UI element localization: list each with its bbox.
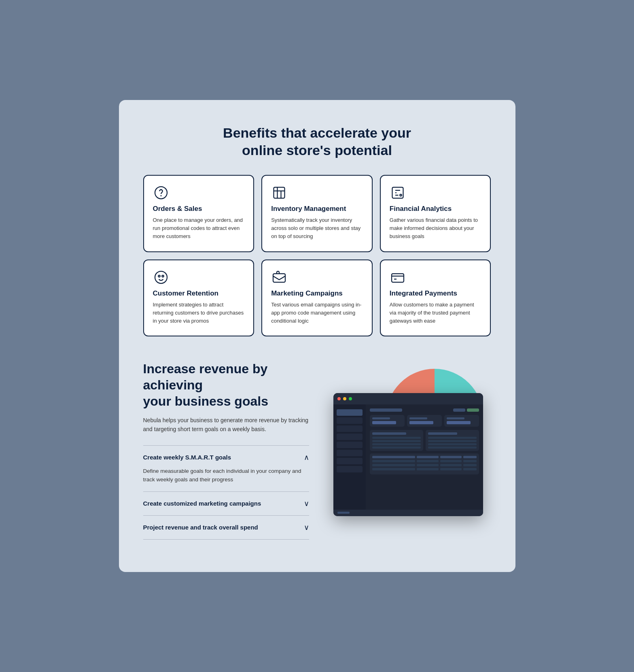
- inventory-icon: [271, 185, 287, 201]
- dash-files-box: [426, 430, 479, 451]
- table-header-row: [372, 456, 477, 458]
- table-col-2: [417, 456, 438, 458]
- dash-page-title: [370, 408, 402, 412]
- svg-rect-8: [392, 274, 404, 282]
- card-marketing: Marketing Campaigns Test various email c…: [261, 259, 373, 336]
- marketing-icon: [271, 269, 287, 285]
- svg-rect-2: [392, 187, 403, 198]
- files-row-1: [428, 437, 477, 439]
- dash-footer-label: [337, 512, 350, 514]
- card-marketing-desc: Test various email campaigns using in-ap…: [271, 301, 363, 325]
- benefits-section: Benefits that accelerate your online sto…: [143, 124, 491, 336]
- svg-point-0: [155, 187, 167, 199]
- table-col-1: [372, 456, 416, 458]
- card-inventory: Inventory Management Systematically trac…: [261, 175, 373, 252]
- dash-stat-3: [444, 415, 479, 427]
- dash-stat-2: [407, 415, 442, 427]
- revenue-description: Nebula helps your business to generate m…: [143, 416, 309, 434]
- dash-stat-val-1: [372, 421, 396, 424]
- card-orders-sales: Orders & Sales One place to manage your …: [143, 175, 254, 252]
- accordion-smart-goals: Create weekly S.M.A.R.T goals ∧ Define m…: [143, 445, 309, 491]
- accordion-marketing: Create customized marketing campaigns ∨: [143, 491, 309, 515]
- dollar-circle-icon: [153, 185, 169, 201]
- card-financial-desc: Gather various financial data points to …: [390, 216, 481, 240]
- sidebar-item-5: [337, 442, 363, 448]
- sidebar-item-6: [337, 450, 363, 456]
- accordion-revenue-tracking-toggle[interactable]: ∨: [304, 523, 309, 532]
- table-row-2: [372, 464, 477, 466]
- table-row-3: [372, 468, 477, 470]
- dash-stat-val-2: [409, 421, 433, 424]
- dash-titlebar: [333, 393, 483, 404]
- accordion-smart-goals-toggle[interactable]: ∧: [304, 453, 309, 462]
- table-col-3: [440, 456, 462, 458]
- maximize-dot: [349, 397, 352, 400]
- dash-content: [366, 404, 483, 510]
- card-financial: Financial Analytics Gather various finan…: [380, 175, 491, 252]
- cards-grid: Orders & Sales One place to manage your …: [143, 175, 491, 336]
- svg-rect-1: [274, 187, 285, 198]
- card-retention-desc: Implement strategies to attract returnin…: [153, 301, 245, 325]
- activity-row-1: [372, 437, 421, 439]
- accordion-revenue-tracking: Project revenue and track overall spend …: [143, 515, 309, 540]
- sidebar-item-3: [337, 425, 363, 432]
- analytics-icon: [390, 185, 406, 201]
- retention-icon: [153, 269, 169, 285]
- dash-inner: [333, 404, 483, 510]
- revenue-title: Increase revenue by achieving your busin…: [143, 361, 309, 409]
- dash-stat-1: [370, 415, 405, 427]
- dash-stat-label-2: [409, 417, 427, 419]
- dash-stats-row: [370, 415, 479, 427]
- card-payments-title: Integrated Payments: [390, 289, 481, 298]
- benefits-title: Benefits that accelerate your online sto…: [143, 124, 491, 159]
- files-label: [428, 432, 457, 435]
- dash-stat-label-3: [447, 417, 464, 419]
- accordion-marketing-toggle[interactable]: ∨: [304, 499, 309, 508]
- accordion-marketing-header[interactable]: Create customized marketing campaigns ∨: [143, 499, 309, 508]
- dash-stat-val-3: [447, 421, 471, 424]
- dash-sidebar: [333, 404, 366, 510]
- dash-btn-2: [467, 408, 479, 412]
- files-row-3: [428, 443, 477, 445]
- table-row-1: [372, 460, 477, 462]
- svg-rect-7: [273, 274, 285, 282]
- dash-footer: [333, 510, 483, 516]
- accordion-revenue-tracking-header[interactable]: Project revenue and track overall spend …: [143, 523, 309, 532]
- dash-activity-box: [370, 430, 423, 451]
- card-marketing-title: Marketing Campaigns: [271, 289, 363, 298]
- close-dot: [337, 397, 341, 400]
- revenue-left: Increase revenue by achieving your busin…: [143, 361, 309, 540]
- card-inventory-title: Inventory Management: [271, 205, 363, 213]
- accordion-revenue-tracking-title: Project revenue and track overall spend: [143, 524, 258, 531]
- files-row-2: [428, 440, 477, 442]
- card-payments: Integrated Payments Allow customers to m…: [380, 259, 491, 336]
- card-inventory-desc: Systematically track your inventory acro…: [271, 216, 363, 240]
- dash-stat-label-1: [372, 417, 390, 419]
- revenue-section: Increase revenue by achieving your busin…: [143, 361, 491, 540]
- accordion-smart-goals-header[interactable]: Create weekly S.M.A.R.T goals ∧: [143, 453, 309, 462]
- activity-row-3: [372, 443, 421, 445]
- accordion-smart-goals-body: Define measurable goals for each individ…: [143, 467, 309, 484]
- dash-btn-1: [453, 408, 465, 412]
- dash-mid-row: [370, 430, 479, 451]
- svg-point-5: [158, 275, 160, 277]
- sidebar-item-2: [337, 417, 363, 424]
- sidebar-item-7: [337, 458, 363, 464]
- sidebar-item-4: [337, 434, 363, 440]
- sidebar-item-8: [337, 466, 363, 472]
- svg-point-3: [400, 194, 402, 196]
- activity-label: [372, 432, 406, 435]
- card-retention: Customer Retention Implement strategies …: [143, 259, 254, 336]
- card-orders-sales-desc: One place to manage your orders, and run…: [153, 216, 245, 240]
- minimize-dot: [343, 397, 346, 400]
- revenue-right: [325, 361, 491, 516]
- svg-point-6: [162, 275, 164, 277]
- dashboard-mockup: [333, 393, 483, 516]
- accordion-marketing-title: Create customized marketing campaigns: [143, 500, 261, 507]
- sidebar-item-1: [337, 409, 363, 416]
- table-col-4: [463, 456, 476, 458]
- card-orders-sales-title: Orders & Sales: [153, 205, 245, 213]
- accordion-smart-goals-title: Create weekly S.M.A.R.T goals: [143, 454, 231, 461]
- activity-row-2: [372, 440, 421, 442]
- files-row-4: [428, 447, 477, 449]
